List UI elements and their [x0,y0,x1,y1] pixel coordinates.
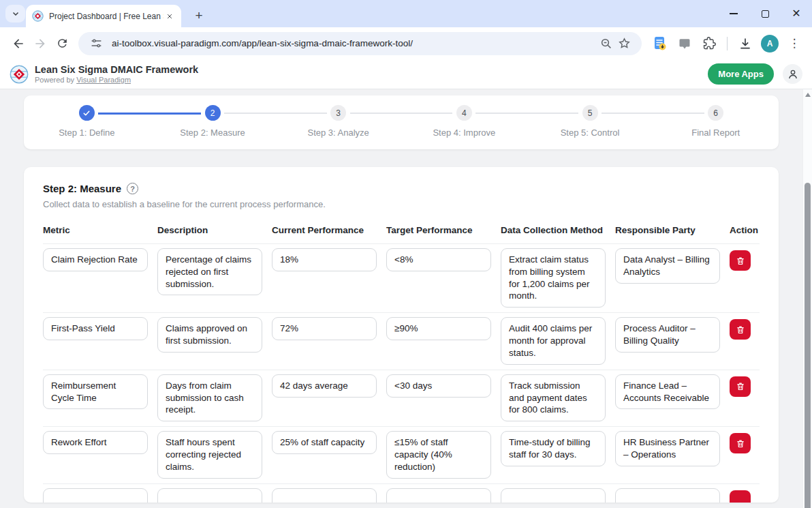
stepper-connector [98,113,149,115]
metric-input[interactable]: First-Pass Yield [43,317,148,340]
section-subtitle: Collect data to establish a baseline for… [43,199,760,209]
bookmark-star-icon[interactable] [615,35,633,53]
description-input[interactable]: Percentage of claims rejected on first s… [157,248,262,295]
data-collection-method-input[interactable] [501,488,606,503]
reload-button[interactable] [51,33,73,55]
trash-icon [736,325,745,335]
target-performance-input[interactable]: ≥90% [386,317,491,340]
step-label: Step 1: Define [59,128,114,138]
back-icon [12,37,25,50]
metric-input[interactable] [43,488,148,503]
minimize-button[interactable] [718,0,749,27]
help-icon[interactable]: ? [127,183,138,194]
tab-search-button[interactable] [5,5,25,23]
description-input[interactable]: Claims approved on first submission. [157,317,262,353]
table-row [43,484,760,503]
metric-input[interactable]: Reimbursement Cycle Time [43,374,148,410]
metric-input[interactable]: Claim Rejection Rate [43,248,148,271]
forward-button[interactable] [29,33,51,55]
section-title: Step 2: Measure [43,183,121,194]
column-header-description: Description [157,225,262,235]
responsible-party-input[interactable]: Finance Lead – Accounts Receivable [615,374,720,410]
description-input[interactable]: Staff hours spent correcting rejected cl… [157,431,262,478]
data-collection-method-input[interactable]: Audit 400 claims per month for approval … [501,317,606,364]
person-icon [787,68,799,80]
close-button[interactable]: ✕ [781,0,812,27]
app-title: Lean Six Sigma DMAIC Framework [35,64,198,76]
current-performance-input[interactable] [272,488,377,503]
current-performance-input[interactable]: 18% [272,248,377,271]
data-collection-method-input[interactable]: Time-study of billing staff for 30 days. [501,431,606,466]
toolbar-extensions: A ⋮ [650,33,805,54]
step-circle: 5 [582,105,598,121]
extensions-puzzle-icon[interactable] [699,33,719,54]
data-collection-method-input[interactable]: Extract claim status from billing system… [501,248,606,308]
target-performance-input[interactable]: ≤15% of staff capacity (40% reduction) [386,431,491,478]
current-performance-input[interactable]: 72% [272,317,377,340]
reload-icon [56,37,69,50]
user-profile-button[interactable] [783,64,802,84]
browser-window: Project Dashboard | Free Lean S + ✕ [0,0,812,508]
column-header-current: Current Performance [272,225,377,235]
step-circle: 6 [708,105,723,121]
step-circle-active: 2 [205,105,221,121]
downloads-icon[interactable] [735,33,755,54]
tab-close-icon[interactable] [163,10,175,22]
step-label: Step 4: Improve [433,128,495,138]
stepper-connector [224,113,275,114]
check-icon [82,109,91,117]
scrollbar-up-arrow-icon[interactable] [805,93,811,97]
stepper-connector [475,113,527,114]
page-content: Step 1: Define 2 Step 2: Measure 3 Step … [0,89,802,508]
back-button[interactable] [7,33,29,55]
toolbar-divider [727,37,728,50]
chat-bubble-icon[interactable] [674,33,695,54]
stepper-step-measure[interactable]: 2 Step 2: Measure [150,105,276,149]
stepper-connector [602,113,653,114]
metric-input[interactable]: Rework Effort [43,431,148,454]
browser-tab[interactable]: Project Dashboard | Free Lean S [26,5,181,27]
step-circle: 3 [330,105,346,121]
responsible-party-input[interactable]: HR Business Partner – Operations [615,431,720,466]
current-performance-input[interactable]: 42 days average [272,374,377,398]
maximize-button[interactable] [749,0,781,27]
stepper-step-control[interactable]: 5 Step 5: Control [527,105,653,149]
doc-extension-icon[interactable] [650,33,670,54]
address-bar[interactable]: ai-toolbox.visual-paradigm.com/app/lean-… [78,32,642,55]
stepper-step-define[interactable]: Step 1: Define [24,105,150,149]
responsible-party-input[interactable]: Data Analyst – Billing Analytics [615,248,720,284]
target-performance-input[interactable] [386,488,491,503]
profile-avatar[interactable]: A [760,33,780,54]
delete-row-button[interactable] [730,250,751,271]
app-logo-icon [10,65,29,84]
responsible-party-input[interactable] [615,488,720,503]
metrics-table: Metric Description Current Performance T… [43,225,760,503]
browser-menu-icon[interactable]: ⋮ [784,33,805,54]
visual-paradigm-link[interactable]: Visual Paradigm [76,76,131,84]
site-info-icon[interactable] [87,35,105,53]
maximize-icon [762,10,769,18]
delete-row-button[interactable] [730,433,751,453]
delete-row-button[interactable] [730,376,751,397]
app-titles: Lean Six Sigma DMAIC Framework Powered b… [35,64,198,84]
more-apps-button[interactable]: More Apps [708,63,774,85]
site-favicon-icon [32,10,44,22]
current-performance-input[interactable]: 25% of staff capacity [272,431,377,454]
scrollbar[interactable] [802,89,812,508]
stepper: Step 1: Define 2 Step 2: Measure 3 Step … [24,95,779,149]
stepper-step-improve[interactable]: 4 Step 4: Improve [401,105,527,149]
url-text[interactable]: ai-toolbox.visual-paradigm.com/app/lean-… [112,38,597,48]
stepper-step-analyze[interactable]: 3 Step 3: Analyze [275,105,401,149]
description-input[interactable] [157,488,262,503]
description-input[interactable]: Days from claim submission to cash recei… [157,374,262,421]
data-collection-method-input[interactable]: Track submission and payment dates for 8… [501,374,606,421]
target-performance-input[interactable]: <8% [386,248,491,271]
zoom-out-icon[interactable] [597,35,615,53]
delete-row-button[interactable] [730,319,751,340]
delete-row-button[interactable] [730,490,751,503]
new-tab-button[interactable]: + [189,6,208,25]
stepper-step-final-report[interactable]: 6 Final Report [653,105,779,149]
target-performance-input[interactable]: <30 days [386,374,491,398]
responsible-party-input[interactable]: Process Auditor – Billing Quality [615,317,720,353]
scrollbar-thumb[interactable] [805,183,811,508]
